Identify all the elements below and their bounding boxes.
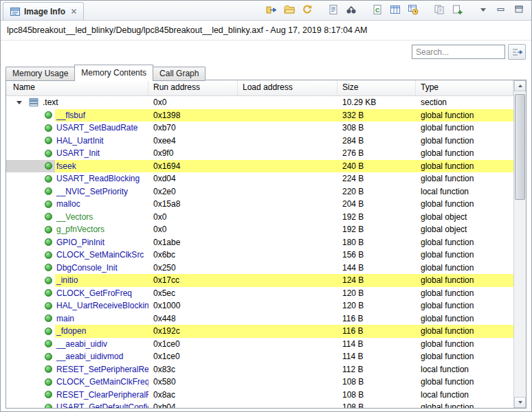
- search-symbols-button[interactable]: [344, 3, 359, 16]
- table-row[interactable]: CLOCK_SetMainClkSrc0x6bc156 Bglobal func…: [6, 249, 513, 262]
- column-header-name[interactable]: Name: [6, 80, 148, 95]
- open-image-button[interactable]: [282, 3, 297, 16]
- symbol-name: DbgConsole_Init: [56, 263, 118, 273]
- run-address-cell: 0x1ce0: [148, 352, 238, 361]
- symbol-icon: [45, 187, 52, 195]
- symbol-icon: [45, 365, 52, 373]
- table-row[interactable]: __aeabi_uidivmod0x1ce0114 Bglobal functi…: [6, 350, 513, 363]
- run-address-cell: 0x0: [148, 212, 238, 222]
- symbol-name: USART_Init: [56, 148, 100, 158]
- name-cell: fseek: [6, 160, 148, 173]
- table-row[interactable]: USART_SetBaudRate0xb70308 Bglobal functi…: [6, 122, 513, 135]
- table-row[interactable]: g_pfnVectors0x0192 Bglobal object: [6, 223, 513, 236]
- name-cell: malloc: [6, 198, 148, 211]
- symbol-name: HAL_UartInit: [56, 136, 104, 146]
- table-row[interactable]: .text0x010.29 KBsection: [6, 96, 513, 109]
- load-image-button[interactable]: [264, 3, 279, 16]
- symbol-icon: [45, 353, 52, 360]
- search-options-button[interactable]: [508, 44, 526, 60]
- name-cell: __NVIC_SetPriority: [6, 185, 148, 198]
- size-cell: 192 B: [337, 212, 416, 222]
- copy-button[interactable]: [432, 3, 447, 16]
- name-cell: DbgConsole_Init: [6, 262, 148, 275]
- table-row[interactable]: __Vectors0x0192 Bglobal object: [6, 211, 513, 224]
- type-cell: global function: [416, 161, 513, 171]
- table-row[interactable]: GPIO_PinInit0x1abe180 Bglobal function: [6, 236, 513, 249]
- table-row[interactable]: __flsbuf0x1398332 Bglobal function: [6, 109, 513, 122]
- history-button[interactable]: [406, 3, 421, 16]
- tab-call-graph[interactable]: Call Graph: [153, 67, 206, 81]
- size-cell: 220 B: [337, 187, 416, 196]
- tab-memory-contents[interactable]: Memory Contents: [74, 65, 153, 81]
- save-report-button[interactable]: [326, 3, 341, 16]
- scrollbar-track[interactable]: [514, 91, 526, 397]
- table-row[interactable]: HAL_UartReceiveBlocking0x1000120 Bglobal…: [6, 299, 513, 312]
- vertical-scrollbar[interactable]: [513, 80, 526, 408]
- symbol-icon: [45, 277, 52, 284]
- symbol-icon: [45, 378, 52, 386]
- table-row[interactable]: CLOCK_GetFroFreq0x5ec120 Bglobal functio…: [6, 287, 513, 300]
- scrollbar-thumb[interactable]: [515, 94, 525, 200]
- size-cell: 116 B: [337, 314, 416, 323]
- size-cell: 308 B: [337, 123, 416, 133]
- image-header: lpc845breakout__led_blinky/Debug/lpc845b…: [1, 21, 531, 41]
- symbol-icon: [45, 213, 52, 220]
- type-cell: global function: [416, 326, 513, 336]
- column-header-size[interactable]: Size: [337, 80, 416, 95]
- run-address-cell: 0x1694: [148, 161, 238, 171]
- table-row[interactable]: USART_ReadBlocking0xd04224 Bglobal funct…: [6, 172, 513, 185]
- column-header-type[interactable]: Type: [416, 80, 513, 95]
- minimize-button[interactable]: [494, 3, 509, 16]
- type-cell: global function: [416, 314, 513, 323]
- tree-indent: [6, 255, 45, 255]
- run-address-cell: 0xee4: [148, 136, 238, 146]
- type-cell: global function: [416, 263, 513, 273]
- table-row[interactable]: malloc0x15a8204 Bglobal function: [6, 198, 513, 211]
- table-row[interactable]: __aeabi_uidiv0x1ce0114 Bglobal function: [6, 338, 513, 351]
- size-cell: 204 B: [337, 199, 416, 209]
- scroll-up-button[interactable]: [514, 80, 526, 91]
- table-row[interactable]: CLOCK_GetMainClkFreq0x580108 Bglobal fun…: [6, 376, 513, 389]
- content-tabs: Memory Usage Memory Contents Call Graph: [1, 64, 531, 81]
- table-main: Name Run address Load address Size Type …: [6, 80, 513, 408]
- type-cell: global function: [416, 148, 513, 158]
- table-row[interactable]: HAL_UartInit0xee4284 Bglobal function: [6, 135, 513, 148]
- table-row[interactable]: RESET_SetPeripheralReset0x83c112 Blocal …: [6, 363, 513, 376]
- scroll-down-button[interactable]: [514, 397, 526, 408]
- tree-expander-icon[interactable]: [16, 101, 23, 104]
- table-row[interactable]: main0x448116 Bglobal function: [6, 312, 513, 325]
- image-path: lpc845breakout__led_blinky/Debug/lpc845b…: [7, 25, 367, 35]
- table-row[interactable]: USART_Init0x9f0276 Bglobal function: [6, 147, 513, 160]
- view-tab-image-info[interactable]: Image Info: [3, 2, 84, 20]
- run-address-cell: 0x448: [148, 314, 238, 323]
- type-cell: global function: [416, 301, 513, 310]
- table-row[interactable]: fseek0x1694240 Bglobal function: [6, 160, 513, 173]
- table-row[interactable]: USART_GetDefaultConfig0xb04108 Bglobal f…: [6, 401, 513, 408]
- name-cell: CLOCK_GetFroFreq: [6, 287, 148, 300]
- tree-indent: [6, 407, 45, 408]
- symbol-icon: [45, 201, 52, 208]
- run-address-cell: 0x83c: [148, 365, 238, 374]
- view-menu-button[interactable]: [476, 3, 491, 16]
- column-header-run-address[interactable]: Run address: [148, 80, 238, 95]
- table-row[interactable]: _initio0x17cc124 Bglobal function: [6, 274, 513, 287]
- clone-view-button[interactable]: [450, 3, 465, 16]
- memory-table-button[interactable]: [388, 3, 403, 16]
- size-cell: 116 B: [337, 326, 416, 336]
- show-source-button[interactable]: C: [370, 3, 385, 16]
- column-header-load-address[interactable]: Load address: [238, 80, 337, 95]
- name-cell: CLOCK_GetMainClkFreq: [6, 376, 148, 389]
- table-row[interactable]: DbgConsole_Init0x250144 Bglobal function: [6, 262, 513, 275]
- search-row: [1, 41, 531, 64]
- close-icon[interactable]: [71, 8, 77, 14]
- refresh-button[interactable]: [300, 3, 315, 16]
- table-row[interactable]: RESET_ClearPeripheralReset0x8ac108 Bloca…: [6, 389, 513, 402]
- search-input[interactable]: [412, 45, 505, 59]
- symbol-name: USART_ReadBlocking: [56, 174, 140, 183]
- tab-memory-usage[interactable]: Memory Usage: [5, 67, 75, 81]
- name-cell: GPIO_PinInit: [6, 236, 148, 249]
- table-row[interactable]: _fdopen0x192c116 Bglobal function: [6, 325, 513, 338]
- table-row[interactable]: __NVIC_SetPriority0x2e0220 Blocal functi…: [6, 185, 513, 198]
- maximize-button[interactable]: [511, 3, 527, 16]
- symbol-icon: [45, 137, 52, 144]
